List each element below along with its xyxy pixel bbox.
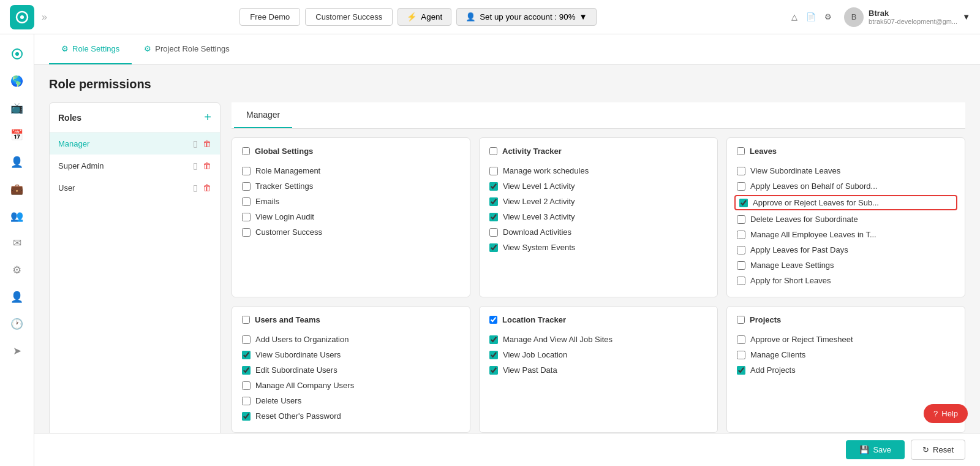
customer-success-button[interactable]: Customer Success bbox=[305, 8, 393, 26]
perm-group-location-tracker: Location Tracker Manage And View All Job… bbox=[479, 306, 718, 433]
view-subordinate-leaves-checkbox[interactable] bbox=[737, 167, 745, 175]
edit-subordinate-users-checkbox[interactable] bbox=[242, 366, 251, 375]
perm-manage-all-employee-leaves: Manage All Employee Leaves in T... bbox=[737, 227, 955, 242]
manage-work-schedules-checkbox[interactable] bbox=[489, 167, 498, 175]
users-teams-checkbox[interactable] bbox=[242, 316, 250, 324]
perm-apply-leaves-past-days: Apply Leaves for Past Days bbox=[737, 242, 955, 258]
sidebar-item-monitor[interactable]: 📺 bbox=[5, 96, 29, 120]
setup-button[interactable]: 👤 Set up your account : 90% ▼ bbox=[456, 8, 597, 26]
approve-reject-timesheet-checkbox[interactable] bbox=[737, 335, 745, 344]
delete-icon[interactable]: 🗑 bbox=[203, 139, 211, 148]
tracker-settings-checkbox[interactable] bbox=[242, 182, 251, 191]
download-activities-checkbox[interactable] bbox=[489, 228, 498, 237]
location-tracker-checkbox[interactable] bbox=[489, 316, 497, 324]
sidebar-item-calendar[interactable]: 📅 bbox=[5, 123, 29, 147]
activity-tracker-checkbox[interactable] bbox=[489, 147, 497, 155]
reset-others-password-checkbox[interactable] bbox=[242, 412, 251, 421]
copy-icon-2[interactable]: ▯ bbox=[193, 161, 198, 170]
chevron-down-icon: ▼ bbox=[579, 12, 587, 21]
topnav: » Free Demo Customer Success ⚡ Agent 👤 S… bbox=[0, 0, 980, 34]
view-past-data-checkbox[interactable] bbox=[489, 366, 498, 375]
copy-icon[interactable]: ▯ bbox=[193, 139, 198, 148]
view-level2-activity-checkbox[interactable] bbox=[489, 197, 498, 206]
add-projects-checkbox[interactable] bbox=[737, 366, 745, 375]
role-superadmin-icons: ▯ 🗑 bbox=[193, 161, 211, 170]
help-button[interactable]: ? Help bbox=[924, 404, 968, 423]
role-settings-icon: ⚙ bbox=[61, 44, 69, 53]
view-login-audit-checkbox[interactable] bbox=[242, 213, 251, 221]
settings-icon[interactable]: ⚙ bbox=[824, 12, 832, 21]
sidebar-item-clock[interactable]: 🕐 bbox=[5, 311, 29, 336]
role-item-manager[interactable]: Manager ▯ 🗑 bbox=[50, 132, 220, 155]
agent-button[interactable]: ⚡ Agent bbox=[398, 8, 451, 26]
leaves-title: Leaves bbox=[737, 147, 955, 156]
customer-success-checkbox[interactable] bbox=[242, 228, 251, 237]
sidebar-item-gear[interactable]: ⚙ bbox=[5, 258, 29, 282]
free-demo-button[interactable]: Free Demo bbox=[239, 8, 300, 26]
document-icon[interactable]: 📄 bbox=[806, 12, 816, 21]
perm-approve-reject-timesheet: Approve or Reject Timesheet bbox=[737, 332, 955, 347]
role-user-icons: ▯ 🗑 bbox=[193, 183, 211, 193]
perm-view-level1-activity: View Level 1 Activity bbox=[489, 178, 707, 194]
user-profile[interactable]: B Btrak btrak607-development@gm... ▼ bbox=[844, 7, 970, 27]
sidebar-item-user-settings[interactable]: 👤 bbox=[5, 285, 29, 309]
view-level1-activity-checkbox[interactable] bbox=[489, 182, 498, 191]
add-users-org-checkbox[interactable] bbox=[242, 335, 251, 344]
manage-all-company-users-checkbox[interactable] bbox=[242, 381, 251, 390]
perm-manage-all-company-users: Manage All Company Users bbox=[242, 378, 460, 393]
manage-view-job-sites-checkbox[interactable] bbox=[489, 335, 498, 344]
perm-approve-reject-leaves: Approve or Reject Leaves for Sub... bbox=[734, 195, 957, 210]
projects-title: Projects bbox=[737, 315, 955, 324]
role-management-checkbox[interactable] bbox=[242, 167, 251, 175]
view-job-location-checkbox[interactable] bbox=[489, 351, 498, 359]
role-superadmin-label: Super Admin bbox=[58, 161, 104, 170]
page-title: Role permissions bbox=[49, 77, 965, 91]
reset-button[interactable]: ↻ Reset bbox=[911, 440, 965, 460]
main-content: ⚙ Role Settings ⚙ Project Role Settings … bbox=[34, 34, 980, 466]
view-system-events-checkbox[interactable] bbox=[489, 243, 498, 252]
alert-icon[interactable]: △ bbox=[791, 12, 797, 21]
delete-users-checkbox[interactable] bbox=[242, 397, 251, 405]
bottom-bar: 💾 Save ↻ Reset bbox=[34, 433, 980, 466]
sidebar-item-send[interactable]: ➤ bbox=[5, 338, 29, 363]
add-role-button[interactable]: + bbox=[204, 110, 211, 124]
sidebar-item-briefcase[interactable]: 💼 bbox=[5, 177, 29, 201]
apply-short-leaves-checkbox[interactable] bbox=[737, 277, 745, 285]
global-settings-title: Global Settings bbox=[242, 147, 460, 156]
tab-role-settings[interactable]: ⚙ Role Settings bbox=[49, 34, 132, 64]
permissions-panel: Manager Global Settings Role Management bbox=[232, 102, 965, 466]
copy-icon-3[interactable]: ▯ bbox=[193, 183, 198, 193]
perm-role-management: Role Management bbox=[242, 163, 460, 178]
approve-reject-leaves-checkbox[interactable] bbox=[739, 199, 748, 207]
role-item-user[interactable]: User ▯ 🗑 bbox=[50, 177, 220, 199]
perm-tracker-settings: Tracker Settings bbox=[242, 178, 460, 194]
delete-icon-2[interactable]: 🗑 bbox=[203, 161, 211, 170]
roles-label: Roles bbox=[58, 113, 81, 123]
view-level3-activity-checkbox[interactable] bbox=[489, 213, 498, 221]
manage-clients-checkbox[interactable] bbox=[737, 351, 745, 359]
delete-leaves-subordinate-checkbox[interactable] bbox=[737, 215, 745, 224]
sidebar-item-mail[interactable]: ✉ bbox=[5, 231, 29, 255]
tab-project-role-settings[interactable]: ⚙ Project Role Settings bbox=[132, 34, 241, 64]
save-button[interactable]: 💾 Save bbox=[846, 440, 905, 459]
global-settings-checkbox[interactable] bbox=[242, 147, 250, 155]
leaves-checkbox[interactable] bbox=[737, 147, 745, 155]
manage-leave-settings-checkbox[interactable] bbox=[737, 261, 745, 270]
manage-all-employee-leaves-checkbox[interactable] bbox=[737, 231, 745, 239]
delete-icon-3[interactable]: 🗑 bbox=[203, 183, 211, 193]
role-item-super-admin[interactable]: Super Admin ▯ 🗑 bbox=[50, 155, 220, 177]
apply-leaves-past-days-checkbox[interactable] bbox=[737, 246, 745, 254]
sidebar-item-home[interactable] bbox=[5, 42, 29, 66]
perm-apply-leaves-behalf: Apply Leaves on Behalf of Subord... bbox=[737, 178, 955, 194]
sidebar-item-person[interactable]: 👤 bbox=[5, 150, 29, 174]
reset-icon: ↻ bbox=[922, 445, 929, 454]
perm-group-global-settings: Global Settings Role Management Tracker … bbox=[232, 137, 470, 297]
projects-checkbox[interactable] bbox=[737, 316, 745, 324]
emails-checkbox[interactable] bbox=[242, 197, 251, 206]
perm-emails: Emails bbox=[242, 194, 460, 209]
sidebar-item-globe[interactable]: 🌎 bbox=[5, 69, 29, 93]
manager-tab[interactable]: Manager bbox=[234, 102, 292, 128]
apply-leaves-behalf-checkbox[interactable] bbox=[737, 182, 745, 191]
sidebar-item-group[interactable]: 👥 bbox=[5, 204, 29, 228]
view-subordinate-users-checkbox[interactable] bbox=[242, 351, 251, 359]
